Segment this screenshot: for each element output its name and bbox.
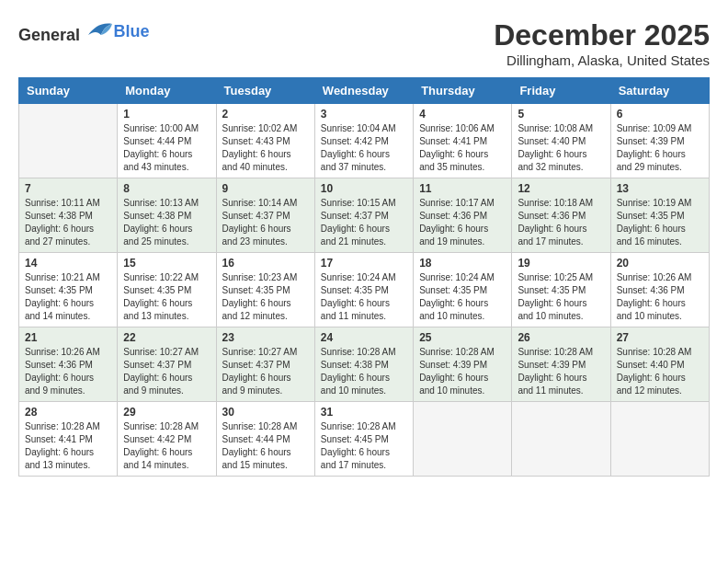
- day-info: Sunrise: 10:25 AM Sunset: 4:35 PM Daylig…: [518, 271, 604, 323]
- calendar-cell: 18Sunrise: 10:24 AM Sunset: 4:35 PM Dayl…: [414, 253, 512, 327]
- calendar-cell: 27Sunrise: 10:28 AM Sunset: 4:40 PM Dayl…: [610, 327, 709, 402]
- calendar-cell: [610, 402, 709, 477]
- day-number: 17: [321, 257, 407, 270]
- day-number: 7: [25, 182, 111, 195]
- day-info: Sunrise: 10:24 AM Sunset: 4:35 PM Daylig…: [419, 271, 506, 323]
- calendar-cell: 17Sunrise: 10:24 AM Sunset: 4:35 PM Dayl…: [314, 253, 413, 327]
- calendar-week-row: 28Sunrise: 10:28 AM Sunset: 4:41 PM Dayl…: [19, 402, 710, 477]
- weekday-header-monday: Monday: [118, 78, 216, 104]
- calendar-week-row: 1Sunrise: 10:00 AM Sunset: 4:44 PM Dayli…: [19, 104, 710, 178]
- day-info: Sunrise: 10:27 AM Sunset: 4:37 PM Daylig…: [222, 346, 309, 397]
- day-number: 27: [617, 331, 703, 344]
- day-number: 20: [617, 257, 703, 270]
- day-number: 29: [123, 406, 210, 419]
- day-number: 2: [222, 108, 309, 121]
- day-info: Sunrise: 10:21 AM Sunset: 4:35 PM Daylig…: [25, 271, 111, 323]
- day-info: Sunrise: 10:00 AM Sunset: 4:44 PM Daylig…: [123, 122, 210, 174]
- calendar-cell: 12Sunrise: 10:18 AM Sunset: 4:36 PM Dayl…: [512, 178, 610, 253]
- weekday-header-tuesday: Tuesday: [216, 78, 314, 104]
- calendar-cell: 21Sunrise: 10:26 AM Sunset: 4:36 PM Dayl…: [19, 327, 118, 402]
- day-info: Sunrise: 10:09 AM Sunset: 4:39 PM Daylig…: [617, 122, 703, 174]
- day-number: 23: [222, 331, 309, 344]
- calendar-cell: 13Sunrise: 10:19 AM Sunset: 4:35 PM Dayl…: [610, 178, 709, 253]
- day-number: 3: [321, 108, 407, 121]
- day-number: 21: [25, 331, 111, 344]
- day-info: Sunrise: 10:19 AM Sunset: 4:35 PM Daylig…: [617, 197, 703, 248]
- calendar-cell: 25Sunrise: 10:28 AM Sunset: 4:39 PM Dayl…: [414, 327, 512, 402]
- calendar-cell: 5Sunrise: 10:08 AM Sunset: 4:40 PM Dayli…: [512, 104, 610, 178]
- day-info: Sunrise: 10:04 AM Sunset: 4:42 PM Daylig…: [321, 122, 407, 174]
- day-number: 9: [222, 182, 309, 195]
- logo-general: General: [18, 26, 80, 44]
- day-info: Sunrise: 10:26 AM Sunset: 4:36 PM Daylig…: [617, 271, 703, 323]
- weekday-header-row: SundayMondayTuesdayWednesdayThursdayFrid…: [19, 78, 710, 104]
- logo-bird-icon: [86, 18, 114, 40]
- day-number: 5: [518, 108, 604, 121]
- page-header: General Blue December 2025 Dillingham, A…: [18, 18, 710, 68]
- calendar-cell: 3Sunrise: 10:04 AM Sunset: 4:42 PM Dayli…: [314, 104, 413, 178]
- day-number: 18: [419, 257, 506, 270]
- calendar-cell: 1Sunrise: 10:00 AM Sunset: 4:44 PM Dayli…: [118, 104, 216, 178]
- day-number: 26: [518, 331, 604, 344]
- day-info: Sunrise: 10:28 AM Sunset: 4:38 PM Daylig…: [321, 346, 407, 397]
- calendar-cell: 30Sunrise: 10:28 AM Sunset: 4:44 PM Dayl…: [216, 402, 314, 477]
- day-info: Sunrise: 10:22 AM Sunset: 4:35 PM Daylig…: [123, 271, 210, 323]
- weekday-header-thursday: Thursday: [414, 78, 512, 104]
- day-info: Sunrise: 10:28 AM Sunset: 4:40 PM Daylig…: [617, 346, 703, 397]
- weekday-header-friday: Friday: [512, 78, 610, 104]
- day-number: 8: [123, 182, 210, 195]
- calendar-cell: 9Sunrise: 10:14 AM Sunset: 4:37 PM Dayli…: [216, 178, 314, 253]
- calendar-cell: 26Sunrise: 10:28 AM Sunset: 4:39 PM Dayl…: [512, 327, 610, 402]
- day-info: Sunrise: 10:08 AM Sunset: 4:40 PM Daylig…: [518, 122, 604, 174]
- day-number: 11: [419, 182, 506, 195]
- day-info: Sunrise: 10:28 AM Sunset: 4:39 PM Daylig…: [518, 346, 604, 397]
- day-info: Sunrise: 10:14 AM Sunset: 4:37 PM Daylig…: [222, 197, 309, 248]
- title-block: December 2025 Dillingham, Alaska, United…: [494, 18, 710, 68]
- day-info: Sunrise: 10:06 AM Sunset: 4:41 PM Daylig…: [419, 122, 506, 174]
- calendar-cell: 20Sunrise: 10:26 AM Sunset: 4:36 PM Dayl…: [610, 253, 709, 327]
- calendar-cell: [19, 104, 118, 178]
- calendar-cell: 6Sunrise: 10:09 AM Sunset: 4:39 PM Dayli…: [610, 104, 709, 178]
- weekday-header-sunday: Sunday: [19, 78, 118, 104]
- calendar-week-row: 21Sunrise: 10:26 AM Sunset: 4:36 PM Dayl…: [19, 327, 710, 402]
- day-number: 25: [419, 331, 506, 344]
- day-number: 19: [518, 257, 604, 270]
- calendar-cell: 22Sunrise: 10:27 AM Sunset: 4:37 PM Dayl…: [118, 327, 216, 402]
- day-number: 30: [222, 406, 309, 419]
- day-number: 10: [321, 182, 407, 195]
- logo-blue: Blue: [114, 22, 150, 40]
- calendar-week-row: 7Sunrise: 10:11 AM Sunset: 4:38 PM Dayli…: [19, 178, 710, 253]
- day-info: Sunrise: 10:28 AM Sunset: 4:41 PM Daylig…: [25, 420, 111, 472]
- day-info: Sunrise: 10:23 AM Sunset: 4:35 PM Daylig…: [222, 271, 309, 323]
- day-number: 15: [123, 257, 210, 270]
- calendar-cell: 29Sunrise: 10:28 AM Sunset: 4:42 PM Dayl…: [118, 402, 216, 477]
- day-info: Sunrise: 10:13 AM Sunset: 4:38 PM Daylig…: [123, 197, 210, 248]
- calendar-table: SundayMondayTuesdayWednesdayThursdayFrid…: [18, 77, 710, 477]
- calendar-cell: 16Sunrise: 10:23 AM Sunset: 4:35 PM Dayl…: [216, 253, 314, 327]
- day-info: Sunrise: 10:02 AM Sunset: 4:43 PM Daylig…: [222, 122, 309, 174]
- day-info: Sunrise: 10:28 AM Sunset: 4:39 PM Daylig…: [419, 346, 506, 397]
- calendar-cell: [414, 402, 512, 477]
- day-info: Sunrise: 10:15 AM Sunset: 4:37 PM Daylig…: [321, 197, 407, 248]
- location-title: Dillingham, Alaska, United States: [494, 52, 710, 68]
- calendar-cell: 11Sunrise: 10:17 AM Sunset: 4:36 PM Dayl…: [414, 178, 512, 253]
- day-info: Sunrise: 10:28 AM Sunset: 4:42 PM Daylig…: [123, 420, 210, 472]
- day-info: Sunrise: 10:18 AM Sunset: 4:36 PM Daylig…: [518, 197, 604, 248]
- day-number: 6: [617, 108, 703, 121]
- day-info: Sunrise: 10:27 AM Sunset: 4:37 PM Daylig…: [123, 346, 210, 397]
- day-number: 4: [419, 108, 506, 121]
- calendar-cell: 4Sunrise: 10:06 AM Sunset: 4:41 PM Dayli…: [414, 104, 512, 178]
- calendar-cell: 23Sunrise: 10:27 AM Sunset: 4:37 PM Dayl…: [216, 327, 314, 402]
- day-number: 24: [321, 331, 407, 344]
- weekday-header-wednesday: Wednesday: [314, 78, 413, 104]
- calendar-cell: 19Sunrise: 10:25 AM Sunset: 4:35 PM Dayl…: [512, 253, 610, 327]
- calendar-cell: [512, 402, 610, 477]
- calendar-week-row: 14Sunrise: 10:21 AM Sunset: 4:35 PM Dayl…: [19, 253, 710, 327]
- day-number: 28: [25, 406, 111, 419]
- calendar-cell: 28Sunrise: 10:28 AM Sunset: 4:41 PM Dayl…: [19, 402, 118, 477]
- day-number: 31: [321, 406, 407, 419]
- calendar-cell: 24Sunrise: 10:28 AM Sunset: 4:38 PM Dayl…: [314, 327, 413, 402]
- weekday-header-saturday: Saturday: [610, 78, 709, 104]
- logo: General Blue: [18, 18, 150, 45]
- calendar-cell: 15Sunrise: 10:22 AM Sunset: 4:35 PM Dayl…: [118, 253, 216, 327]
